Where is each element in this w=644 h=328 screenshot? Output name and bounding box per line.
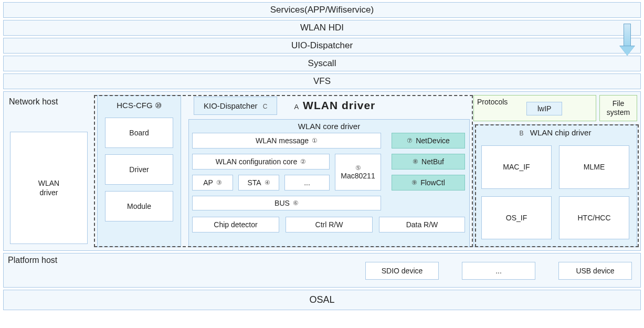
flow-arrow-down-icon <box>620 24 635 55</box>
htc-hcc-box: HTC/HCC <box>559 196 629 240</box>
mac80211-label: Mac80211 <box>341 172 375 180</box>
wlan-driver-header: KIO-Dispatcher C A WLAN driver <box>186 95 470 116</box>
layer-syscall: Syscall <box>3 56 641 71</box>
sdio-device-box: SDIO device <box>365 262 439 280</box>
wlan-chip-driver-title-text: WLAN chip driver <box>530 128 592 137</box>
bus-label: BUS <box>275 199 290 207</box>
chip-detector-box: Chip detector <box>192 217 279 232</box>
hcs-module-box: Module <box>105 191 173 221</box>
netdevice-box: ⑦ NetDevice <box>392 133 465 149</box>
netbuf-num: ⑧ <box>413 158 418 165</box>
network-host-wlan-driver-box: WLANdriver <box>10 132 88 244</box>
hcs-board-box: Board <box>105 118 173 148</box>
wlan-core-grid: WLAN message ① WLAN configuration core ②… <box>192 133 466 238</box>
network-host-wlan-driver-text: WLANdriver <box>38 178 59 197</box>
netdevice-num: ⑦ <box>407 137 413 144</box>
netbuf-box: ⑧ NetBuf <box>392 154 465 170</box>
wlan-config-core-box: WLAN configuration core ② <box>192 154 330 170</box>
wlan-core-driver-panel: WLAN core driver WLAN message ① WLAN con… <box>188 119 470 247</box>
lwip-box: lwIP <box>526 102 562 115</box>
bus-num: ⑥ <box>293 199 299 207</box>
flowctl-num: ⑨ <box>411 179 417 186</box>
wlan-chip-driver-title: B WLAN chip driver <box>478 128 632 137</box>
layer-hdi: WLAN HDI <box>3 20 641 36</box>
kio-dispatcher-label: KIO-Dispatcher <box>204 101 258 110</box>
flowctl-box: ⑨ FlowCtl <box>392 175 465 191</box>
wlan-message-box: WLAN message ① <box>192 133 381 149</box>
sta-label: STA <box>247 178 261 187</box>
netbuf-label: NetBuf <box>421 157 444 166</box>
mac-if-box: MAC_IF <box>481 145 552 189</box>
wlan-message-num: ① <box>312 137 318 144</box>
wlan-driver-area: KIO-Dispatcher C A WLAN driver WLAN core… <box>186 95 470 247</box>
wlan-core-driver-title: WLAN core driver <box>192 122 466 131</box>
wlan-chip-driver-panel: B WLAN chip driver MAC_IF MLME OS_IF HTC… <box>473 124 637 247</box>
file-system-label: Filesystem <box>607 99 630 117</box>
sta-num: ④ <box>265 179 270 186</box>
wlan-driver-title: WLAN driver <box>303 99 375 112</box>
ctrl-rw-box: Ctrl R/W <box>286 217 373 232</box>
wlan-config-core-label: WLAN configuration core <box>216 157 298 166</box>
chip-grid: MAC_IF MLME OS_IF HTC/HCC <box>478 143 632 242</box>
wlan-message-label: WLAN message <box>256 136 309 145</box>
tag-b: B <box>520 130 524 137</box>
protocols-label: Protocols <box>477 98 508 106</box>
platform-host-row: Platform host SDIO device ... USB device <box>3 253 641 288</box>
platform-devices: SDIO device ... USB device <box>365 262 632 280</box>
data-rw-box: Data R/W <box>379 217 465 232</box>
core-ellipsis-box: ... <box>284 175 330 191</box>
right-side-column: Protocols lwIP Filesystem B WLAN chip dr… <box>473 95 637 247</box>
layer-osal: OSAL <box>3 290 641 310</box>
wlan-config-core-num: ② <box>300 158 306 165</box>
ap-num: ③ <box>216 179 222 186</box>
kio-dispatcher-box: KIO-Dispatcher C <box>194 97 277 115</box>
platform-ellipsis-box: ... <box>462 262 535 280</box>
os-if-box: OS_IF <box>481 196 552 240</box>
network-host-label: Network host <box>7 95 91 111</box>
diagram-root: Services(APP/Wifiservice) WLAN HDI UIO-D… <box>0 0 644 328</box>
usb-device-box: USB device <box>558 262 632 280</box>
sta-box: STA ④ <box>238 175 279 191</box>
mac80211-box: ⑤ Mac80211 <box>335 154 381 191</box>
file-system-box: Filesystem <box>599 95 637 121</box>
hcs-cfg-title: HCS-CFG ⑩ <box>101 99 177 114</box>
layer-uio: UIO-Dispatcher <box>3 38 641 54</box>
layer-services: Services(APP/Wifiservice) <box>3 2 641 18</box>
protocols-row: Protocols lwIP Filesystem <box>473 95 637 121</box>
protocols-box: Protocols lwIP <box>473 95 596 121</box>
bus-box: BUS ⑥ <box>192 196 381 210</box>
ap-box: AP ③ <box>192 175 233 191</box>
hcs-cfg-panel: HCS-CFG ⑩ Board Driver Module <box>97 95 181 247</box>
mlme-box: MLME <box>559 145 629 189</box>
mac80211-num: ⑤ <box>355 164 361 172</box>
kio-tag-c: C <box>263 103 268 110</box>
hcs-driver-box: Driver <box>105 154 173 185</box>
tag-a: A <box>294 103 299 111</box>
flowctl-label: FlowCtl <box>420 178 445 187</box>
ap-label: AP <box>203 178 213 187</box>
network-host-panel: Network host WLANdriver <box>7 95 91 247</box>
netdevice-label: NetDevice <box>416 136 450 145</box>
middle-section: Network host WLANdriver HCS-CFG ⑩ Board … <box>3 91 641 251</box>
layer-vfs: VFS <box>3 73 641 89</box>
